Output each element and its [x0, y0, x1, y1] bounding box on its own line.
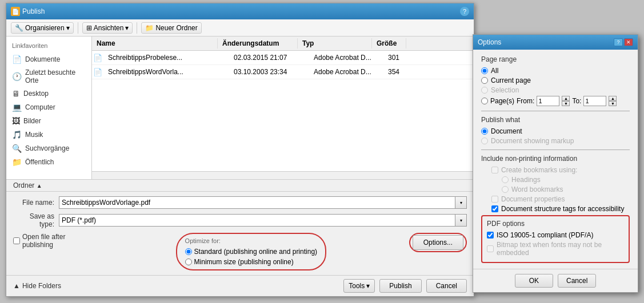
- word-bookmarks-radio-label[interactable]: Word bookmarks: [502, 185, 630, 193]
- doc-markup-radio[interactable]: [481, 138, 488, 144]
- optimize-standard-label[interactable]: Standard (publishing online and printing…: [185, 248, 317, 256]
- scrollbar-area: [92, 171, 474, 179]
- word-bookmarks-radio[interactable]: [502, 186, 509, 193]
- document-label: Document: [491, 127, 522, 135]
- sidebar-item-dokumente[interactable]: 📄 Dokumente: [6, 52, 91, 66]
- sidebar-item-label: Dokumente: [25, 55, 60, 63]
- to-down-arrow[interactable]: ▼: [609, 101, 617, 106]
- doc-properties-label[interactable]: Document properties: [491, 195, 630, 203]
- filename-input-group: ▾: [59, 196, 467, 209]
- col-type[interactable]: Typ: [298, 38, 372, 49]
- suchvorgaenge-icon: 🔍: [12, 144, 22, 153]
- col-name[interactable]: Name: [92, 38, 218, 49]
- options-btn-section: Options...: [409, 233, 467, 252]
- from-input[interactable]: [537, 96, 559, 106]
- sidebar-item-suchvorgaenge[interactable]: 🔍 Suchvorgänge: [6, 142, 91, 155]
- document-radio-label[interactable]: Document: [481, 127, 630, 135]
- sidebar-item-desktop[interactable]: 🖥 Desktop: [6, 87, 91, 100]
- ok-button[interactable]: OK: [515, 274, 553, 288]
- create-bookmarks-label[interactable]: Create bookmarks using:: [491, 166, 630, 174]
- filename-input[interactable]: [59, 196, 455, 209]
- filename-dropdown-btn[interactable]: ▾: [455, 196, 467, 209]
- open-after-label[interactable]: Open file after publishing: [13, 233, 93, 249]
- organize-button[interactable]: 🔧 Organisieren ▾: [11, 22, 74, 34]
- desktop-icon: 🖥: [12, 89, 20, 98]
- dialog-icon: 📄: [11, 7, 20, 16]
- headings-radio[interactable]: [502, 176, 509, 183]
- musik-icon: 🎵: [12, 130, 22, 139]
- options-button[interactable]: Options...: [413, 235, 463, 250]
- file-list-header: Name Änderungsdatum Typ Größe: [92, 37, 474, 51]
- pages-label: Page(s): [490, 97, 514, 105]
- file-pdf-icon2: 📄: [92, 68, 103, 76]
- options-help-button[interactable]: ?: [614, 38, 623, 46]
- tools-label: Tools: [349, 282, 365, 290]
- col-date[interactable]: Änderungsdatum: [218, 38, 298, 49]
- sidebar-item-computer[interactable]: 💻 Computer: [6, 100, 91, 114]
- optimize-standard-text: Standard (publishing online and printing…: [194, 248, 317, 256]
- doc-structure-label[interactable]: Document structure tags for accessibilit…: [491, 205, 630, 213]
- include-nonprint-title: Include non-printing information: [481, 155, 630, 163]
- selection-radio-label[interactable]: Selection: [481, 86, 630, 94]
- sidebar-item-label: Suchvorgänge: [25, 144, 69, 152]
- publish-button[interactable]: Publish: [379, 279, 421, 293]
- tools-button[interactable]: Tools ▾: [343, 279, 375, 293]
- views-button[interactable]: ⊞ Ansichten ▾: [82, 22, 133, 34]
- new-folder-button[interactable]: 📁 Neuer Ordner: [141, 22, 201, 34]
- create-bookmarks-text: Create bookmarks using:: [501, 166, 577, 174]
- to-input[interactable]: [583, 96, 606, 106]
- to-up-arrow[interactable]: ▲: [609, 96, 617, 101]
- divider1: [481, 111, 630, 111]
- cancel-button[interactable]: Cancel: [426, 279, 467, 293]
- options-btn-oval: Options...: [409, 233, 467, 252]
- optimize-minimum-label[interactable]: Minimum size (publishing online): [185, 258, 317, 266]
- create-bookmarks-checkbox[interactable]: [491, 167, 498, 173]
- current-page-radio[interactable]: [481, 77, 488, 84]
- doc-properties-checkbox[interactable]: [491, 196, 498, 203]
- savetype-dropdown-btn[interactable]: ▾: [455, 214, 467, 227]
- doc-structure-checkbox[interactable]: [491, 205, 498, 212]
- sidebar-item-label: Desktop: [23, 90, 49, 98]
- folder-expand-icon: ▲: [37, 183, 42, 189]
- options-cancel-button[interactable]: Cancel: [558, 274, 596, 288]
- tools-dropdown-icon: ▾: [366, 282, 370, 290]
- file-size-cell2: 354: [383, 67, 418, 77]
- bitmap-checkbox[interactable]: [487, 245, 494, 252]
- iso-label[interactable]: ISO 19005-1 compliant (PDF/A): [487, 231, 624, 239]
- views-dropdown-icon: ▾: [125, 24, 129, 32]
- hide-folders-btn[interactable]: ▲ Hide Folders: [13, 282, 61, 290]
- options-body: Page range All Current page Selection Pa…: [473, 50, 638, 269]
- selection-radio[interactable]: [481, 87, 488, 94]
- table-row[interactable]: 📄 SchreibtippsWordVorla... 03.10.2003 23…: [92, 65, 474, 79]
- bitmap-label[interactable]: Bitmap text when fonts may not be embedd…: [487, 241, 624, 257]
- page-range-title: Page range: [481, 55, 630, 63]
- sidebar-item-musik[interactable]: 🎵 Musik: [6, 128, 91, 142]
- col-size[interactable]: Größe: [372, 38, 406, 49]
- savetype-input[interactable]: [59, 214, 455, 227]
- doc-markup-radio-label[interactable]: Document showing markup: [481, 137, 630, 145]
- optimize-standard-radio[interactable]: [185, 248, 192, 255]
- help-button[interactable]: ?: [460, 7, 469, 16]
- sidebar-item-oeffentlich[interactable]: 📁 Öffentlich: [6, 155, 91, 169]
- sidebar-item-zuletzt[interactable]: 🕐 Zuletzt besuchte Orte: [6, 66, 91, 87]
- new-folder-label: Neuer Ordner: [155, 24, 197, 32]
- hide-folders-icon: ▲: [13, 282, 20, 290]
- pages-radio[interactable]: [481, 98, 488, 104]
- options-close-button[interactable]: ✕: [624, 38, 633, 46]
- pdf-options-title: PDF options: [487, 220, 624, 228]
- from-down-arrow[interactable]: ▼: [562, 101, 570, 106]
- document-radio[interactable]: [481, 128, 488, 135]
- optimize-minimum-radio[interactable]: [185, 258, 192, 265]
- iso-checkbox[interactable]: [487, 232, 494, 239]
- sidebar-item-bilder[interactable]: 🖼 Bilder: [6, 114, 91, 128]
- from-up-arrow[interactable]: ▲: [562, 96, 570, 101]
- all-radio-label[interactable]: All: [481, 67, 630, 75]
- headings-radio-label[interactable]: Headings: [502, 176, 630, 184]
- all-label: All: [491, 67, 498, 75]
- all-radio[interactable]: [481, 67, 488, 74]
- current-page-radio-label[interactable]: Current page: [481, 76, 630, 84]
- to-spin-btn: ▲ ▼: [609, 96, 617, 106]
- table-row[interactable]: 📄 SchreibtippsProbelese... 02.03.2015 21…: [92, 51, 474, 65]
- footer-buttons: Tools ▾ Publish Cancel: [343, 279, 467, 293]
- open-after-checkbox[interactable]: [13, 237, 20, 244]
